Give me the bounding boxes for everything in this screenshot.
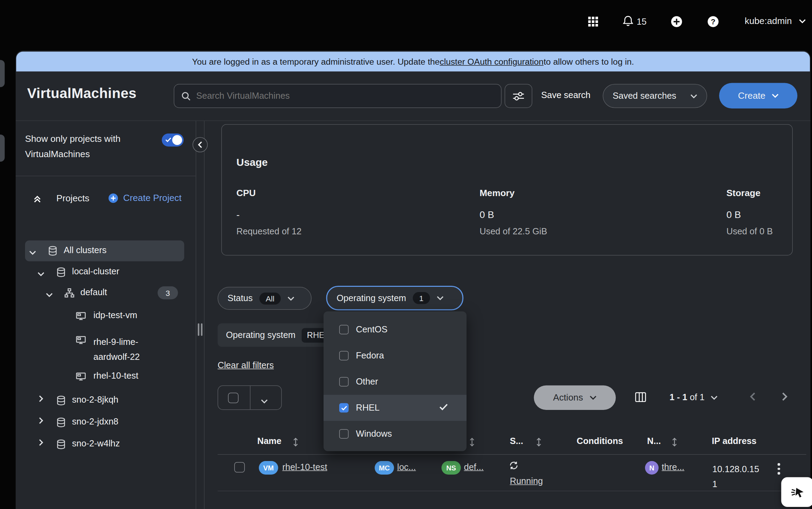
tree-item-sno-2-jdxn8[interactable]: sno-2-jdxn8 — [72, 417, 118, 427]
saved-searches-dropdown[interactable]: Saved searches — [603, 84, 707, 108]
tree-item-sno-2-8jkqh[interactable]: sno-2-8jkqh — [72, 395, 118, 405]
header-divider — [16, 121, 811, 121]
project-icon — [64, 288, 75, 301]
tree-item-rhel-9-lime-aardwolf-22[interactable]: rhel-9-lime-aardwolf-22 — [94, 334, 169, 365]
pagination-dropdown[interactable]: 1 - 1 of 1 — [670, 392, 718, 403]
help-icon[interactable]: ? — [707, 16, 719, 30]
tree-expander-icon[interactable] — [39, 394, 43, 405]
sidebar-section-divider — [16, 176, 196, 177]
create-button[interactable]: Create — [719, 83, 797, 109]
screen: 15 ? kube:admin You are logged in as a t… — [0, 0, 812, 509]
vm-icon — [76, 371, 86, 385]
svg-text:?: ? — [711, 17, 715, 26]
cluster-icon — [56, 395, 66, 409]
tree-expander-icon[interactable] — [39, 416, 43, 427]
sort-icon[interactable] — [671, 438, 678, 449]
resize-handle[interactable] — [201, 323, 203, 336]
namespace-link[interactable]: def... — [464, 462, 484, 472]
notifications-bell-icon[interactable] — [622, 15, 634, 30]
login-alert-banner: You are logged in as a temporary adminis… — [16, 52, 810, 72]
tree-expander-icon[interactable] — [29, 247, 36, 258]
menu-option-label: Fedora — [356, 350, 384, 361]
cluster-icon — [56, 417, 66, 430]
bulk-select-checkbox[interactable] — [228, 393, 239, 403]
create-button-label: Create — [738, 90, 765, 102]
tree-item-default[interactable]: default — [80, 288, 107, 298]
oauth-config-link[interactable]: cluster OAuth configuration — [440, 57, 544, 67]
pagination-prev-button[interactable] — [750, 392, 756, 404]
tree-item-idp-test-vm[interactable]: idp-test-vm — [94, 310, 137, 321]
save-search-button[interactable]: Save search — [541, 90, 591, 101]
user-menu-label: kube:admin — [745, 16, 792, 27]
tree-item-local-cluster[interactable]: local-cluster — [72, 267, 119, 277]
tree-item-sno-2-w4lhz[interactable]: sno-2-w4lhz — [72, 439, 120, 449]
pagination-range: 1 - 1 — [670, 392, 687, 402]
column-header-status[interactable]: S... — [510, 436, 523, 446]
checkbox-unchecked[interactable] — [339, 325, 349, 334]
actions-dropdown[interactable]: Actions — [534, 386, 616, 410]
sort-icon[interactable] — [535, 438, 542, 449]
sort-icon[interactable] — [292, 438, 299, 449]
chevron-left-icon — [198, 142, 203, 148]
show-only-projects-label: Show only projects with VirtualMachines — [25, 131, 158, 162]
memory-label: Memory — [480, 188, 515, 199]
tree-expander-icon[interactable] — [46, 290, 53, 300]
menu-option-label: CentOS — [356, 324, 388, 335]
bulk-select-split-button — [218, 386, 282, 410]
cluster-icon — [56, 267, 66, 280]
resize-handle[interactable] — [198, 323, 200, 336]
column-header-name[interactable]: Name — [257, 436, 281, 446]
menu-option-fedora[interactable]: Fedora — [324, 343, 467, 369]
clear-all-filters-link[interactable]: Clear all filters — [218, 361, 274, 371]
app-launcher-icon[interactable] — [588, 17, 598, 29]
tree-item-all-clusters[interactable]: All clusters — [64, 245, 106, 256]
manage-columns-icon[interactable] — [635, 392, 646, 405]
menu-option-other[interactable]: Other — [324, 369, 467, 395]
status-filter-dropdown[interactable]: Status All — [218, 287, 312, 310]
checkbox-unchecked[interactable] — [339, 351, 349, 361]
user-menu[interactable]: kube:admin — [745, 16, 806, 27]
create-project-button[interactable]: Create Project — [108, 193, 182, 204]
tree-item-rhel-10-test[interactable]: rhel-10-test — [94, 371, 138, 381]
cursor-indicator — [781, 477, 812, 507]
column-header-node[interactable]: N... — [647, 436, 661, 446]
vm-icon — [76, 335, 86, 348]
pagination-of: of 1 — [690, 392, 705, 402]
search-input[interactable] — [196, 91, 494, 101]
menu-option-centos[interactable]: CentOS — [324, 317, 467, 343]
managed-cluster-badge: MC — [375, 461, 394, 475]
column-header-conditions[interactable]: Conditions — [577, 436, 623, 446]
checkbox-unchecked[interactable] — [339, 377, 349, 387]
menu-option-label: Other — [356, 377, 378, 387]
advanced-search-button[interactable] — [505, 84, 533, 108]
bulk-select-menu-toggle[interactable] — [261, 396, 268, 406]
vm-name-link[interactable]: rhel-10-test — [282, 462, 327, 472]
row-kebab-menu[interactable] — [775, 461, 782, 476]
table-header-divider — [218, 454, 806, 455]
check-icon — [341, 405, 347, 410]
cluster-link[interactable]: loc... — [397, 462, 416, 472]
menu-option-label: Windows — [356, 429, 392, 439]
split-divider — [250, 386, 251, 410]
menu-option-rhel[interactable]: RHEL — [324, 395, 467, 421]
tree-expander-icon[interactable] — [39, 438, 43, 449]
column-header-ip[interactable]: IP address — [712, 436, 757, 446]
node-link[interactable]: thre... — [662, 462, 684, 472]
pagination-next-button[interactable] — [782, 392, 788, 404]
checkbox-unchecked[interactable] — [339, 429, 349, 439]
os-filter-menu: CentOS Fedora Other RHEL Windows — [324, 312, 467, 451]
selected-check-icon — [439, 404, 448, 411]
cpu-value: - — [237, 209, 240, 221]
chevron-down-icon — [691, 94, 698, 98]
status-link[interactable]: Running — [510, 476, 543, 487]
checkbox-checked[interactable] — [339, 403, 349, 413]
show-only-projects-toggle[interactable] — [162, 134, 184, 147]
tree-expander-icon[interactable] — [38, 269, 45, 279]
row-select-checkbox[interactable] — [234, 462, 245, 472]
collapse-all-icon[interactable] — [33, 194, 42, 205]
sidebar-collapse-button[interactable] — [193, 137, 208, 153]
import-plus-icon[interactable] — [671, 16, 683, 30]
menu-option-windows[interactable]: Windows — [324, 421, 467, 447]
sort-icon[interactable] — [469, 438, 476, 449]
os-filter-dropdown[interactable]: Operating system 1 — [326, 286, 464, 310]
